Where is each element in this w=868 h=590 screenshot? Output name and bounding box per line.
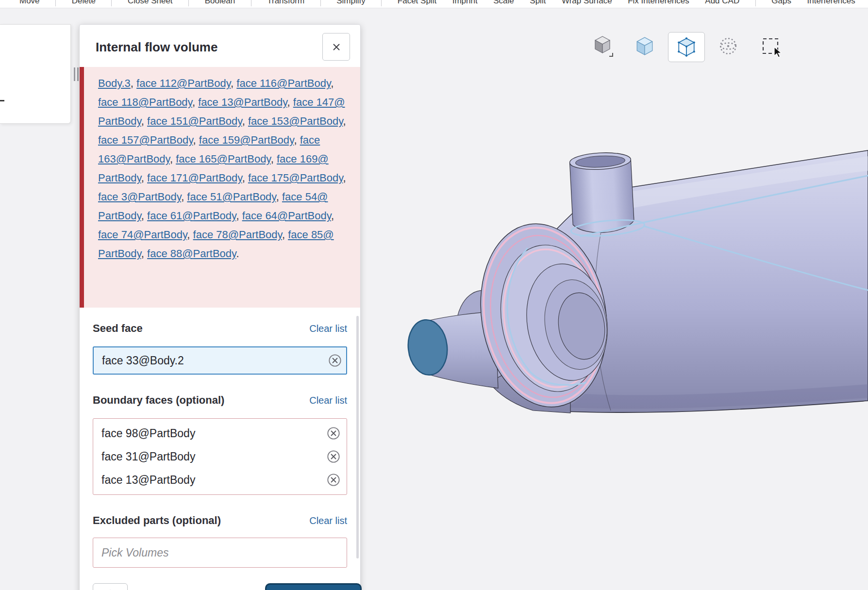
alert-face-link[interactable]: face 51@PartBody [187, 191, 276, 203]
alert-face-link[interactable]: face 64@PartBody [242, 210, 331, 222]
toolbar-item-simplify[interactable]: Simplify [336, 0, 366, 6]
toolbar-item-wrap-surface[interactable]: Wrap Surface [562, 0, 612, 6]
settings-button[interactable] [93, 583, 128, 590]
toolbar-separator [55, 0, 56, 6]
seed-clear-list-link[interactable]: Clear list [309, 323, 347, 334]
toolbar-item-fix-interferences[interactable]: Fix Interferences [628, 0, 689, 6]
circle-x-icon [327, 450, 340, 463]
alert-face-link[interactable]: face 165@PartBody [176, 153, 271, 165]
toolbar-item-delete[interactable]: Delete [72, 0, 96, 6]
alert-face-link[interactable]: face 171@PartBody [147, 172, 242, 184]
boundary-face-label: face 31@PartBody [101, 450, 195, 463]
remove-seed-face-button[interactable] [328, 353, 342, 368]
alert-face-link[interactable]: Body.3 [98, 77, 131, 89]
excluded-clear-list-link[interactable]: Clear list [309, 515, 347, 526]
dotted-sphere-icon[interactable] [718, 36, 738, 58]
toolbar-separator [755, 0, 756, 6]
shaded-cube-icon[interactable] [593, 35, 614, 59]
boundary-face-label: face 98@PartBody [101, 427, 195, 440]
alert-accent-bar [80, 67, 84, 308]
toolbar-item-split[interactable]: Split [530, 0, 546, 6]
toolbar-item-close-sheet[interactable]: Close Sheet [128, 0, 173, 6]
toolbar-item-boolean[interactable]: Boolean [205, 0, 235, 6]
toolbar-separator [320, 0, 321, 6]
toolbar-item-imprint[interactable]: Imprint [452, 0, 478, 6]
alert-face-link[interactable]: face 78@PartBody [193, 229, 282, 241]
excluded-parts-label: Excluded parts (optional) [93, 514, 221, 527]
toolbar-item-gaps[interactable]: Gaps [771, 0, 791, 6]
remove-face-button[interactable] [326, 449, 341, 464]
shaded-edges-cube-icon[interactable] [668, 32, 705, 62]
alert-face-link[interactable]: face 157@PartBody [98, 134, 193, 146]
seed-face-section: Seed face Clear list [80, 322, 360, 375]
error-alert: Body.3, face 112@PartBody, face 116@Part… [80, 67, 360, 308]
toolbar-separator [111, 0, 112, 6]
boundary-face-row: face 13@PartBody [93, 468, 347, 492]
view-toolbar [585, 32, 799, 62]
alert-face-link[interactable]: face 175@PartBody [248, 172, 343, 184]
alert-message: Body.3, face 112@PartBody, face 116@Part… [98, 74, 347, 263]
excluded-parts-input[interactable] [93, 538, 347, 568]
alert-face-link[interactable]: face 3@PartBody [98, 191, 181, 203]
close-icon [331, 42, 342, 52]
toolbar-item-add-cad[interactable]: Add CAD [705, 0, 739, 6]
toolbar-separator [251, 0, 251, 6]
boundary-faces-label: Boundary faces (optional) [93, 394, 224, 407]
dialog-header: Internal flow volume [80, 25, 360, 67]
toolbar-item-transform[interactable]: Transform [267, 0, 304, 6]
internal-flow-volume-dialog: Internal flow volume Body.3, face 112@Pa… [79, 24, 361, 590]
excluded-parts-section: Excluded parts (optional) Clear list [80, 514, 360, 568]
alert-face-link[interactable]: face 151@PartBody [147, 115, 242, 127]
boundary-list: face 98@PartBodyface 31@PartBodyface 13@… [93, 418, 347, 495]
toolbar-item-interferences[interactable]: Interferences [807, 0, 855, 6]
close-button[interactable] [322, 33, 350, 61]
dialog-scrollbar[interactable] [356, 316, 359, 558]
seed-face-label: Seed face [93, 322, 143, 335]
seed-face-input[interactable] [93, 346, 347, 375]
alert-face-link[interactable]: face 61@PartBody [147, 210, 236, 222]
alert-face-link[interactable]: face 88@PartBody [147, 247, 236, 260]
remove-face-button[interactable] [326, 473, 341, 487]
shaded-translucent-cube-icon[interactable] [635, 36, 654, 58]
circle-x-icon [328, 354, 342, 367]
alert-face-link[interactable]: face 159@PartBody [199, 134, 294, 146]
dialog-footer [80, 583, 360, 590]
left-stub-panel [0, 24, 71, 124]
alert-face-link[interactable]: face 74@PartBody [98, 229, 187, 241]
remove-face-button[interactable] [326, 426, 341, 441]
toolbar-separator [188, 0, 189, 6]
alert-face-link[interactable]: face 118@PartBody [98, 96, 192, 108]
toolbar-item-scale[interactable]: Scale [493, 0, 514, 6]
toolbar-item-facet-split[interactable]: Facet Split [398, 0, 436, 6]
dialog-title: Internal flow volume [96, 40, 217, 55]
panel-drag-handle[interactable] [74, 67, 79, 81]
alert-face-link[interactable]: face 116@PartBody [236, 77, 331, 89]
boundary-face-row: face 98@PartBody [93, 422, 347, 445]
toolbar-item-move[interactable]: Move [19, 0, 40, 6]
toolbar: MoveDeleteClose SheetBooleanTransformSim… [0, 0, 868, 8]
alert-face-link[interactable]: face 112@PartBody [136, 77, 231, 89]
circle-x-icon [327, 473, 340, 487]
circle-x-icon [327, 426, 340, 440]
alert-face-link[interactable]: face 13@PartBody [198, 96, 287, 108]
boundary-clear-list-link[interactable]: Clear list [309, 395, 347, 406]
stub-dash [0, 100, 4, 101]
mouse-cursor [774, 47, 784, 59]
boundary-face-row: face 31@PartBody [93, 445, 347, 468]
boundary-faces-section: Boundary faces (optional) Clear list fac… [80, 394, 360, 495]
compute-flow-volume-button[interactable] [265, 583, 362, 590]
toolbar-separator [381, 0, 382, 6]
boundary-face-label: face 13@PartBody [101, 474, 195, 487]
alert-face-link[interactable]: face 153@PartBody [248, 115, 343, 127]
